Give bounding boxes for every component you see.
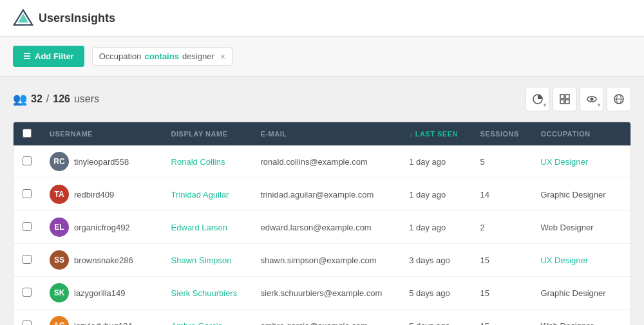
row-last-seen-2: 1 day ago (400, 211, 471, 244)
page-wrapper: UsersInsights ☰ Add Filter Occupation co… (0, 0, 644, 325)
eye-dropdown-arrow: ▼ (596, 102, 601, 108)
users-icon: 👥 (13, 92, 27, 106)
row-username-4: SK lazygorilla149 (41, 277, 162, 310)
filter-field: Occupation (99, 51, 142, 61)
row-email-1: trinidad.aguilar@example.com (252, 178, 401, 211)
row-checkbox-3[interactable] (23, 255, 32, 264)
avatar-4: SK (50, 283, 69, 302)
filter-operator: contains (144, 51, 178, 61)
add-filter-button[interactable]: ☰ Add Filter (13, 46, 84, 67)
row-checkbox-cell (14, 178, 41, 211)
grid-view-button[interactable] (553, 87, 577, 111)
row-last-seen-0: 1 day ago (400, 145, 471, 178)
logo-area: UsersInsights (13, 8, 115, 28)
table-row: TA redbird409 Trinidad Aguilar trinidad.… (14, 178, 630, 211)
header-sessions[interactable]: SESSIONS (471, 122, 532, 145)
row-email-3: shawn.simpson@example.com (252, 244, 401, 277)
row-checkbox-5[interactable] (23, 320, 32, 326)
row-username-5: AG lazyladybug134 (41, 310, 162, 326)
avatar-5: AG (50, 316, 69, 325)
header-username[interactable]: USERNAME (41, 122, 162, 145)
row-checkbox-2[interactable] (23, 222, 32, 231)
count-current: 32 (31, 93, 43, 105)
avatar-3: SS (50, 250, 69, 270)
logo-icon (13, 8, 33, 28)
count-total: 126 (53, 93, 70, 105)
eye-view-button[interactable]: ▼ (580, 87, 604, 111)
username-text-5: lazyladybug134 (74, 321, 132, 326)
row-display-name-0: Ronald Collins (162, 145, 252, 178)
row-checkbox-4[interactable] (23, 288, 32, 297)
avatar-1: TA (50, 185, 69, 204)
view-controls: ▼ ▼ (526, 87, 631, 111)
users-table: USERNAME DISPLAY NAME E-MAIL ↓ LAST SEEN… (14, 122, 630, 325)
row-occupation-3: UX Designer (531, 244, 630, 277)
svg-rect-5 (560, 100, 564, 104)
table-row: AG lazyladybug134 Ambre Garcia ambre.gar… (14, 310, 630, 326)
row-occupation-0: UX Designer (531, 145, 630, 178)
table-row: EL organicfrog492 Edward Larson edward.l… (14, 211, 630, 244)
row-display-name-3: Shawn Simpson (162, 244, 252, 277)
row-display-name-5: Ambre Garcia (162, 310, 252, 326)
header-display-name[interactable]: DISPLAY NAME (162, 122, 252, 145)
row-last-seen-4: 5 days ago (400, 277, 471, 310)
filter-icon: ☰ (23, 51, 31, 61)
svg-rect-3 (560, 95, 564, 98)
row-last-seen-5: 5 days ago (400, 310, 471, 326)
row-username-0: RC tinyleopard558 (41, 145, 162, 178)
remove-filter-button[interactable]: × (218, 52, 225, 61)
row-display-name-4: Sierk Schuurbiers (162, 277, 252, 310)
stats-row: 👥 32 / 126 users ▼ (0, 77, 644, 122)
username-text-4: lazygorilla149 (74, 288, 126, 298)
header-last-seen[interactable]: ↓ LAST SEEN (400, 122, 471, 145)
row-email-0: ronald.collins@example.com (252, 145, 401, 178)
table-row: RC tinyleopard558 Ronald Collins ronald.… (14, 145, 630, 178)
row-sessions-3: 15 (471, 244, 532, 277)
header-occupation[interactable]: OCCUPATION (531, 122, 630, 145)
chart-icon (533, 94, 543, 104)
row-last-seen-1: 1 day ago (400, 178, 471, 211)
globe-view-button[interactable] (607, 87, 631, 111)
chart-dropdown-arrow: ▼ (542, 102, 547, 108)
username-text-1: redbird409 (74, 190, 114, 200)
header-email[interactable]: E-MAIL (252, 122, 401, 145)
row-checkbox-cell (14, 277, 41, 310)
toolbar: ☰ Add Filter Occupation contains designe… (0, 37, 644, 77)
header-checkbox-cell (14, 122, 41, 145)
row-sessions-1: 14 (471, 178, 532, 211)
row-display-name-1: Trinidad Aguilar (162, 178, 252, 211)
svg-rect-4 (565, 95, 569, 98)
chart-view-button[interactable]: ▼ (526, 87, 550, 111)
row-sessions-0: 5 (471, 145, 532, 178)
row-occupation-4: Graphic Designer (531, 277, 630, 310)
row-occupation-1: Graphic Designer (531, 178, 630, 211)
grid-icon (560, 94, 570, 104)
avatar-0: RC (50, 152, 69, 171)
row-sessions-5: 15 (471, 310, 532, 326)
add-filter-label: Add Filter (35, 51, 74, 61)
filter-value: designer (182, 51, 214, 61)
row-sessions-4: 15 (471, 277, 532, 310)
row-username-3: SS brownsnake286 (41, 244, 162, 277)
username-text-2: organicfrog492 (74, 223, 130, 232)
filter-chip: Occupation contains designer × (92, 47, 232, 66)
row-username-1: TA redbird409 (41, 178, 162, 211)
svg-rect-6 (565, 100, 569, 104)
globe-icon (614, 94, 624, 104)
count-label: users (74, 93, 99, 105)
row-email-2: edward.larson@example.com (252, 211, 401, 244)
row-last-seen-3: 3 days ago (400, 244, 471, 277)
row-occupation-5: Web Designer (531, 310, 630, 326)
user-count: 👥 32 / 126 users (13, 92, 99, 106)
row-email-4: sierk.schuurbiers@example.com (252, 277, 401, 310)
row-checkbox-0[interactable] (23, 156, 32, 165)
row-username-2: EL organicfrog492 (41, 211, 162, 244)
row-checkbox-1[interactable] (23, 189, 32, 198)
table-row: SK lazygorilla149 Sierk Schuurbiers sier… (14, 277, 630, 310)
table-row: SS brownsnake286 Shawn Simpson shawn.sim… (14, 244, 630, 277)
row-checkbox-cell (14, 145, 41, 178)
svg-point-8 (591, 98, 594, 101)
select-all-checkbox[interactable] (23, 129, 32, 138)
row-sessions-2: 2 (471, 211, 532, 244)
avatar-2: EL (50, 218, 69, 237)
